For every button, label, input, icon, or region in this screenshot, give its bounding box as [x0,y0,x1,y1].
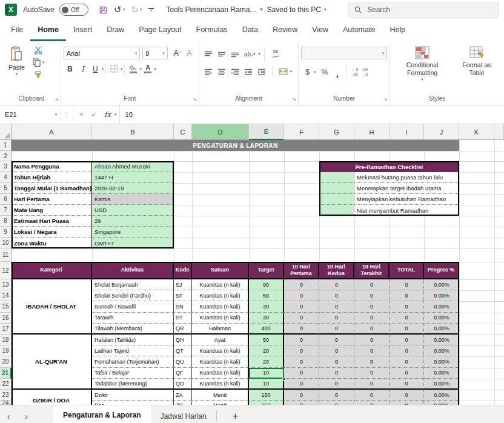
cell-value[interactable]: 0 [354,379,390,390]
decrease-decimal-button[interactable]: .00→0 [360,67,370,76]
increase-decimal-button[interactable]: ←0.00 [350,67,360,76]
format-as-table-button[interactable]: Format as Table [452,44,502,84]
row-header-19[interactable]: 19 [0,345,12,356]
redo-button[interactable]: ↻▾ [131,4,142,15]
sheet-tab-jadwal-harian[interactable]: Jadwal Harian [151,405,216,423]
cell-satuan[interactable]: Ayat [192,335,249,345]
settings-value[interactable]: 2026-02-19 [92,183,174,194]
column-header-partial[interactable] [494,124,504,140]
cell-value[interactable]: 0 [390,368,424,379]
column-header-E[interactable]: E [249,124,284,140]
cell-value[interactable]: 0 [354,345,390,356]
cell-value[interactable]: 0 [390,279,424,290]
cell-value[interactable]: 0 [319,390,354,401]
sheet-tab-pengaturan-laporan[interactable]: Pengaturan & Laporan [53,405,151,423]
cell-satuan[interactable]: Kuantitas (n kali) [192,279,249,290]
cell-value[interactable]: 0 [284,356,319,367]
cell-progres[interactable]: 0.00% [424,356,459,367]
row-header-1[interactable]: 1 [0,140,12,151]
cancel-entry-button[interactable]: × [76,110,87,119]
ribbon-tab-data[interactable]: Data [235,19,265,41]
font-name-select[interactable]: Arial ▾ [64,47,140,59]
cell-aktivitas[interactable]: Sunnah / Nawafil [92,301,174,312]
cell-satuan[interactable]: Menit [192,401,249,405]
cell-value[interactable]: 0 [284,345,319,356]
settings-value[interactable]: Singapore [92,227,174,238]
row-header-10[interactable]: 10 [0,238,12,248]
cell-progres[interactable]: 0.00% [424,279,459,290]
cell-target[interactable]: 150 [249,401,284,405]
row-header-23[interactable]: 23 [0,390,12,401]
quick-access-overflow-button[interactable]: ▾ [148,8,154,12]
excel-app-icon[interactable]: X [5,4,17,16]
cell-satuan[interactable]: Kuantitas (n kali) [192,356,249,367]
cell-target[interactable]: 90 [249,279,284,290]
cell-progres[interactable]: 0.00% [424,301,459,312]
search-box[interactable]: Search [348,2,499,18]
cell-value[interactable]: 0 [354,313,390,324]
cell-kode[interactable]: QT [174,345,192,356]
cell-progres[interactable]: 0.00% [424,390,459,401]
cell-value[interactable]: 0 [390,356,424,367]
cell-value[interactable]: 0 [354,390,390,401]
cell-aktivitas[interactable]: Sholat Sendiri (Fardhu) [92,290,174,301]
row-header-16[interactable]: 16 [0,313,12,324]
fill-handle[interactable] [282,377,286,381]
cell-kode[interactable]: QR [174,324,192,335]
cell-aktivitas[interactable]: Tarawih [92,313,174,324]
fill-color-button[interactable] [127,63,139,75]
cell-value[interactable]: 0 [354,335,390,345]
cell-aktivitas[interactable]: Sholat Berjamaah [92,279,174,290]
cell-value[interactable]: 0 [354,324,390,335]
row-header-21[interactable]: 21 [0,368,12,379]
cell-value[interactable]: 0 [319,335,354,345]
row-header-5[interactable]: 5 [0,183,12,194]
cell-value[interactable]: 0 [284,335,319,345]
column-header-H[interactable]: H [354,124,390,140]
cell-value[interactable]: 0 [319,345,354,356]
cell-aktivitas[interactable]: Pemahaman (Terjemahan) [92,356,174,367]
cell-progres[interactable]: 0.00% [424,290,459,301]
cell-progres[interactable]: 0.00% [424,313,459,324]
name-box[interactable]: E21 ▾ [0,105,61,124]
cell-value[interactable]: 0 [354,401,390,405]
formula-input[interactable]: 10 [119,105,504,124]
settings-value[interactable]: GMT+7 [92,238,174,248]
cell-value[interactable]: 0 [284,390,319,401]
sheet-nav-previous-icon[interactable]: ‹ [0,405,18,423]
cell-kode[interactable]: QD [174,379,192,390]
row-header-18[interactable]: 18 [0,335,12,345]
cell-value[interactable]: 0 [284,301,319,312]
cell-target[interactable]: 50 [249,335,284,345]
column-header-G[interactable]: G [319,124,354,140]
ribbon-tab-view[interactable]: View [305,19,336,41]
copy-button[interactable]: ▾ [31,56,46,68]
cell-target[interactable]: 400 [249,324,284,335]
row-header-24[interactable]: 24 [0,401,12,405]
cell-kode[interactable]: ZA [174,390,192,401]
cell-value[interactable]: 0 [319,379,354,390]
cell-value[interactable]: 0 [319,279,354,290]
column-header-A[interactable]: A [12,124,92,140]
settings-value[interactable]: Ahsan Ahmed Muzaki [92,161,174,172]
checklist-checkbox-cell[interactable] [319,172,354,183]
column-header-C[interactable]: C [174,124,192,140]
column-header-K[interactable]: K [459,124,494,140]
cell-value[interactable]: 0 [319,301,354,312]
document-title-group[interactable]: Tools Perencanaan Rama... • Saved to thi… [166,5,326,14]
column-header-D[interactable]: D [192,124,249,140]
cell-kode[interactable]: SN [174,301,192,312]
alignment-dialog-launcher-icon[interactable]: ↘ [292,96,296,102]
cell-value[interactable]: 0 [354,301,390,312]
ribbon-tab-insert[interactable]: Insert [66,19,99,41]
underline-button[interactable]: U [89,63,102,75]
cell-value[interactable]: 0 [390,324,424,335]
row-header-22[interactable]: 22 [0,379,12,390]
row-header-13[interactable]: 13 [0,279,12,290]
cell-target[interactable]: 10 [249,368,284,379]
ribbon-tab-page-layout[interactable]: Page Layout [131,19,188,41]
clipboard-dialog-launcher-icon[interactable]: ↘ [55,96,59,102]
checklist-checkbox-cell[interactable] [319,194,354,205]
cell-satuan[interactable]: Kuantitas (n kali) [192,290,249,301]
cell-target[interactable]: 150 [249,390,284,401]
